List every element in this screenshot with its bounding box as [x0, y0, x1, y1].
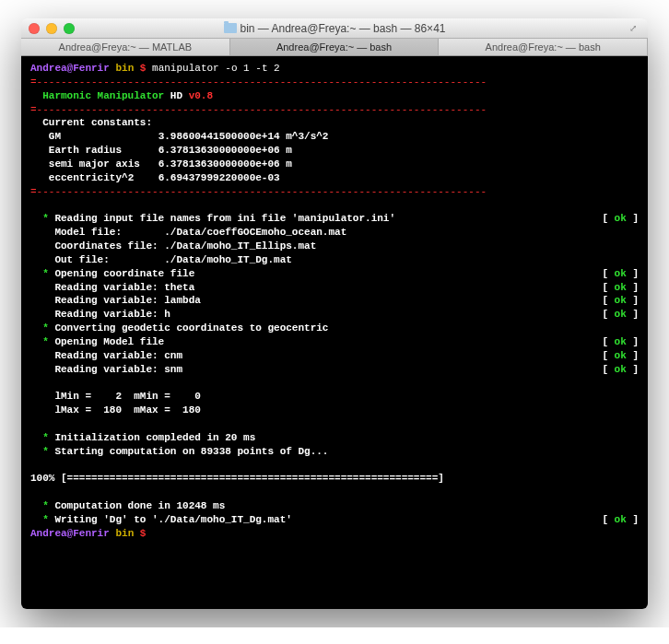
tab-bash-2[interactable]: Andrea@Freya:~ — bash [439, 39, 648, 55]
window-title-text: bin — Andrea@Freya:~ — bash — 86×41 [241, 22, 446, 35]
zoom-button[interactable] [64, 23, 75, 34]
tab-matlab[interactable]: Andrea@Freya:~ — MATLAB [21, 39, 230, 55]
terminal-content[interactable]: Andrea@Fenrir bin $ manipulator -o 1 -t … [21, 56, 648, 609]
folder-icon [224, 23, 237, 33]
fullscreen-icon[interactable]: ⤢ [629, 23, 640, 34]
titlebar[interactable]: bin — Andrea@Freya:~ — bash — 86×41 ⤢ [21, 18, 648, 39]
tab-bar: Andrea@Freya:~ — MATLAB Andrea@Freya:~ —… [21, 39, 648, 56]
tab-bash-1[interactable]: Andrea@Freya:~ — bash [230, 39, 440, 55]
terminal-window: bin — Andrea@Freya:~ — bash — 86×41 ⤢ An… [21, 18, 648, 609]
traffic-lights [29, 23, 75, 34]
window-title: bin — Andrea@Freya:~ — bash — 86×41 [21, 22, 648, 35]
close-button[interactable] [29, 23, 40, 34]
minimize-button[interactable] [46, 23, 57, 34]
